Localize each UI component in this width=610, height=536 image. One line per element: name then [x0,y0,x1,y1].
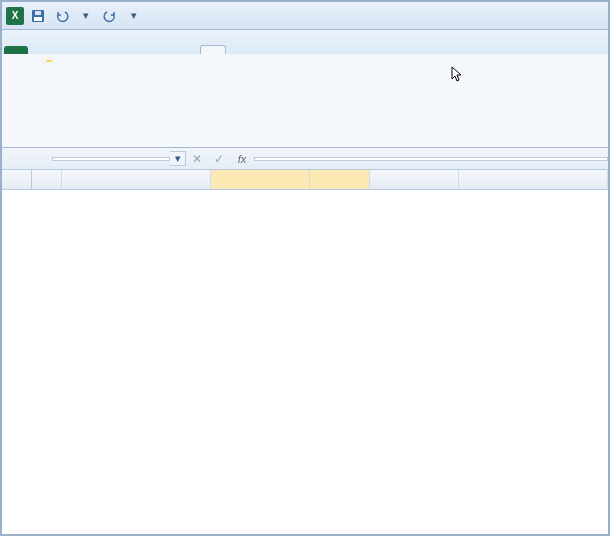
svg-rect-2 [35,11,41,15]
enter-icon: ✓ [208,152,230,166]
namebox-dropdown[interactable]: ▾ [170,151,186,166]
svg-rect-1 [34,17,42,21]
formula-input[interactable] [254,157,608,161]
tab-file[interactable] [4,46,28,54]
addin-zenkaku[interactable] [10,60,12,62]
addin-kana-han[interactable] [28,60,30,62]
worksheet[interactable] [2,170,608,190]
chevron-down-icon[interactable]: ▾ [76,6,96,26]
ribbon-tabs [2,30,608,54]
tab-insert[interactable] [56,46,80,54]
col-C[interactable] [211,170,310,189]
col-B[interactable] [62,170,211,189]
tab-layout[interactable] [80,46,104,54]
addin-proper[interactable] [46,60,52,62]
title-bar: X ▾ ▾ [2,2,608,30]
tab-data[interactable] [128,46,152,54]
addin-kana-zen[interactable] [22,60,24,62]
col-A[interactable] [32,170,62,189]
addin-upper[interactable] [34,60,36,62]
column-headers [2,170,608,190]
chevron-down-icon[interactable]: ▾ [124,6,144,26]
redo-icon[interactable] [100,6,120,26]
select-all-corner[interactable] [2,170,32,189]
save-icon[interactable] [28,6,48,26]
fx-icon[interactable]: fx [230,153,254,165]
tab-view[interactable] [176,46,200,54]
ribbon-body [2,54,608,148]
col-F[interactable] [459,170,608,189]
tab-addin[interactable] [200,45,226,54]
excel-icon: X [6,7,24,25]
tab-home[interactable] [32,46,56,54]
undo-icon[interactable] [52,6,72,26]
tab-formulas[interactable] [104,46,128,54]
col-D[interactable] [310,170,370,189]
cursor-icon [450,66,466,84]
cancel-icon: ✕ [186,152,208,166]
name-box[interactable] [52,157,170,161]
formula-bar: ▾ ✕ ✓ fx [2,148,608,170]
addin-lower[interactable] [40,60,42,62]
tab-review[interactable] [152,46,176,54]
col-E[interactable] [370,170,459,189]
addin-hankaku[interactable] [16,60,18,62]
